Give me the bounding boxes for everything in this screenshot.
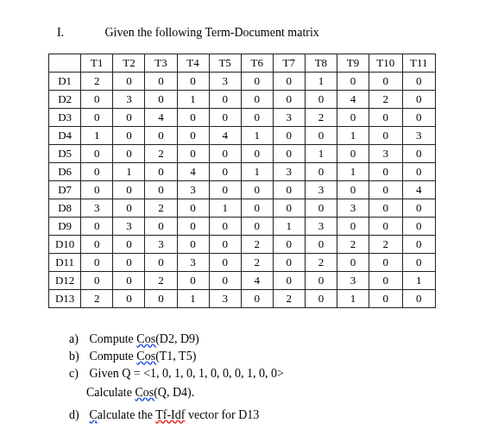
matrix-cell: 0 bbox=[177, 236, 209, 254]
matrix-cell: 0 bbox=[81, 181, 113, 199]
matrix-cell: 0 bbox=[145, 73, 177, 91]
matrix-cell: 0 bbox=[337, 109, 369, 127]
question-c-sub: Calculate Cos(Q, D4). bbox=[86, 386, 436, 400]
matrix-cell: 0 bbox=[369, 290, 403, 308]
matrix-cell: 0 bbox=[113, 254, 145, 272]
roman-numeral: I. bbox=[43, 26, 78, 40]
matrix-cell: 2 bbox=[145, 145, 177, 163]
matrix-cell: 0 bbox=[402, 218, 435, 236]
row-label: D10 bbox=[49, 236, 81, 254]
matrix-cell: 3 bbox=[273, 163, 305, 181]
matrix-cell: 0 bbox=[209, 145, 241, 163]
matrix-cell: 0 bbox=[209, 91, 241, 109]
matrix-cell: 3 bbox=[209, 290, 241, 308]
question-text-pre: Compute bbox=[90, 332, 137, 345]
matrix-cell: 0 bbox=[369, 109, 403, 127]
matrix-cell: 0 bbox=[177, 199, 209, 218]
matrix-cell: 2 bbox=[241, 254, 273, 272]
matrix-cell: 2 bbox=[145, 272, 177, 290]
row-label: D5 bbox=[49, 145, 81, 163]
question-d: d) Calculate the Tf-Idf vector for D13 bbox=[69, 408, 436, 422]
matrix-cell: 1 bbox=[305, 73, 337, 91]
question-text-pre-rest: alculate the bbox=[98, 408, 155, 421]
matrix-cell: 0 bbox=[402, 254, 435, 272]
column-header: T1 bbox=[81, 54, 113, 73]
question-text-pre: Compute bbox=[90, 350, 137, 363]
matrix-cell: 0 bbox=[305, 236, 337, 254]
matrix-cell: 2 bbox=[369, 236, 403, 254]
question-letter: d) bbox=[69, 408, 86, 422]
row-label: D3 bbox=[49, 109, 81, 127]
matrix-cell: 3 bbox=[369, 145, 403, 163]
question-a: a) Compute Cos(D2, D9) bbox=[69, 332, 436, 346]
matrix-cell: 1 bbox=[273, 218, 305, 236]
matrix-cell: 0 bbox=[241, 199, 273, 218]
matrix-cell: 0 bbox=[113, 109, 145, 127]
matrix-cell: 0 bbox=[113, 73, 145, 91]
matrix-cell: 0 bbox=[241, 73, 273, 91]
matrix-cell: 0 bbox=[337, 73, 369, 91]
matrix-cell: 0 bbox=[241, 145, 273, 163]
matrix-cell: 0 bbox=[81, 109, 113, 127]
matrix-cell: 0 bbox=[209, 163, 241, 181]
matrix-cell: 0 bbox=[305, 290, 337, 308]
question-text: Given Q = <1, 0, 1, 0, 1, 0, 0, 0, 1, 0,… bbox=[90, 367, 285, 380]
cos-function: Cos( bbox=[136, 332, 159, 345]
row-label: D13 bbox=[49, 290, 81, 308]
row-label: D2 bbox=[49, 91, 81, 109]
matrix-cell: 2 bbox=[305, 109, 337, 127]
matrix-cell: 0 bbox=[369, 127, 403, 145]
table-row: D500200001030 bbox=[49, 145, 436, 163]
matrix-cell: 1 bbox=[241, 127, 273, 145]
matrix-cell: 0 bbox=[369, 218, 403, 236]
matrix-cell: 2 bbox=[145, 199, 177, 218]
column-header: T6 bbox=[241, 54, 273, 73]
matrix-cell: 1 bbox=[177, 91, 209, 109]
matrix-cell: 0 bbox=[402, 236, 435, 254]
matrix-cell: 0 bbox=[369, 73, 403, 91]
matrix-cell: 3 bbox=[177, 254, 209, 272]
cos-function: Cos( bbox=[136, 350, 159, 363]
matrix-cell: 0 bbox=[145, 218, 177, 236]
matrix-cell: 0 bbox=[402, 73, 435, 91]
row-label: D11 bbox=[49, 254, 81, 272]
matrix-cell: 0 bbox=[209, 236, 241, 254]
problem-title: Given the following Term-Document matrix bbox=[105, 26, 319, 40]
matrix-cell: 0 bbox=[81, 163, 113, 181]
row-label: D8 bbox=[49, 199, 81, 218]
matrix-cell: 0 bbox=[241, 181, 273, 199]
matrix-cell: 0 bbox=[241, 290, 273, 308]
question-letter: a) bbox=[69, 332, 86, 346]
matrix-cell: 0 bbox=[113, 199, 145, 218]
matrix-cell: 0 bbox=[113, 272, 145, 290]
matrix-cell: 0 bbox=[305, 91, 337, 109]
matrix-cell: 0 bbox=[305, 199, 337, 218]
matrix-cell: 0 bbox=[402, 145, 435, 163]
matrix-cell: 0 bbox=[113, 181, 145, 199]
matrix-cell: 3 bbox=[209, 73, 241, 91]
matrix-cell: 1 bbox=[209, 199, 241, 218]
column-header: T8 bbox=[305, 54, 337, 73]
row-label: D9 bbox=[49, 218, 81, 236]
matrix-cell: 3 bbox=[305, 181, 337, 199]
matrix-cell: 0 bbox=[145, 163, 177, 181]
matrix-cell: 1 bbox=[113, 163, 145, 181]
matrix-cell: 0 bbox=[337, 218, 369, 236]
matrix-cell: 0 bbox=[402, 199, 435, 218]
matrix-cell: 0 bbox=[369, 181, 403, 199]
row-label: D6 bbox=[49, 163, 81, 181]
matrix-cell: 3 bbox=[81, 199, 113, 218]
matrix-cell: 3 bbox=[273, 109, 305, 127]
matrix-cell: 4 bbox=[145, 109, 177, 127]
table-row: D1100030202000 bbox=[49, 254, 436, 272]
matrix-cell: 0 bbox=[241, 91, 273, 109]
matrix-cell: 0 bbox=[241, 218, 273, 236]
matrix-cell: 0 bbox=[81, 218, 113, 236]
matrix-cell: 0 bbox=[273, 199, 305, 218]
matrix-cell: 0 bbox=[177, 145, 209, 163]
column-header: T10 bbox=[369, 54, 403, 73]
matrix-cell: 0 bbox=[177, 127, 209, 145]
matrix-cell: 0 bbox=[305, 272, 337, 290]
matrix-cell: 0 bbox=[273, 127, 305, 145]
matrix-cell: 1 bbox=[81, 127, 113, 145]
